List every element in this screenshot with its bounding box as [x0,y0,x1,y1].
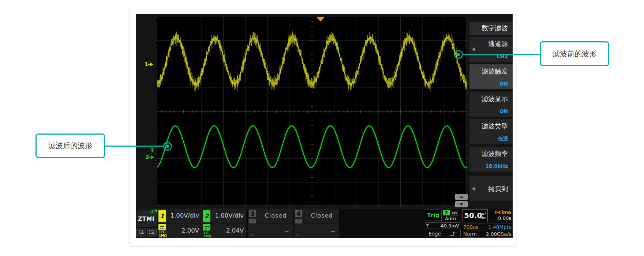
ch3-badge: 3 [249,210,256,217]
ch2-marker-arrow-icon [151,155,154,159]
brand-logo: ZTMI P [136,210,157,227]
menu-item-value: ON [499,109,508,114]
acquisition-row: 700us 1.40Mpts [462,223,512,230]
menu-item-label: 滤波显示 [482,95,508,102]
trig-label: Trig [425,210,442,221]
ch1-badge: 1 [158,210,166,222]
oscilloscope-screen: 1 T 2 数字滤波 通道源 CH2 滤波触发 ON 滤波显示 ON [136,14,513,238]
trigger-status-block[interactable]: Trig 2 Auto T 40.0mV Edge [425,209,461,238]
timebase-scale-value: 50.0 [464,211,482,220]
menu-item-label: 滤波类型 [482,123,508,130]
timebase-status-block[interactable]: 50.0 us/div T-Time 0.00s 700us 1.40Mpts … [462,209,512,238]
menu-item-filter-display[interactable]: 滤波显示 ON [469,92,513,117]
callout-marker-before [454,50,463,59]
ch4-badge: 4 [295,210,302,217]
knob-hand-icon [138,229,145,236]
ch4-state: Closed [304,212,339,219]
ch2-marker-arrow-icon [149,157,150,158]
ch1-marker-arrow-icon [148,64,150,65]
menu-scroll-widget [455,194,468,208]
memory-depth: 1.40Mpts [488,224,511,230]
scroll-down-button[interactable] [455,201,468,207]
divider [158,223,202,223]
trig-mode: Auto [442,216,459,221]
ch1-probe-info: 1:11MΩ [159,231,167,237]
scroll-up-button[interactable] [455,194,468,200]
submenu-arrow-icon [472,47,475,52]
ch4-probe-info: -:- [296,233,299,236]
trig-level-row: T 40.0mV [425,222,461,229]
trig-type-row: Edge [425,230,461,237]
screenshot-frame: 1 T 2 数字滤波 通道源 CH2 滤波触发 ON 滤波显示 ON [129,8,516,246]
waveform-display [157,17,467,206]
menu-item-value: ON [499,81,508,87]
trig-type-label: Edge [428,231,441,237]
status-bar: ZTMI P 1 1.00V/div [136,208,513,238]
ch1-position-marker[interactable]: 1 [145,61,153,68]
ch2-position-marker[interactable]: 2 [145,154,154,161]
ch4-status-block[interactable]: 4 Closed - -- -:- [294,209,339,238]
submenu-arrow-icon [472,187,475,191]
timebase-scale-box: 50.0 us/div [462,209,488,222]
chevron-down-icon [459,203,464,206]
waveform-svg [157,17,467,206]
menu-item-label: 通道源 [488,40,508,48]
ch4-offset-value: -- [330,228,335,234]
divider [202,223,246,223]
brand-text: ZTMI [138,216,154,222]
callout-after-filter: 滤波后的波形 [35,133,105,158]
menu-item-copy-to[interactable]: 拷贝到 [469,176,513,201]
menu-title: 数字滤波 [469,22,513,35]
softkey-menu: 数字滤波 通道源 CH2 滤波触发 ON 滤波显示 ON 滤波类型 低通 滤波频… [469,14,513,208]
ch3-status-block[interactable]: 3 Closed - -- -:- [248,209,293,238]
touch-hand-icon [149,229,155,236]
ch4-coupling-badge: - [295,219,302,223]
ch1-status-block[interactable]: 1 1.00V/div 1:11MΩ 2.00V [158,209,202,238]
rising-edge-icon [450,231,458,237]
ch3-probe-info: -:- [250,233,253,236]
menu-item-label: 拷贝到 [488,185,508,193]
sample-row: Norm 2.00GSa/s [462,230,512,238]
chevron-up-icon [459,196,464,198]
menu-item-filter-trigger[interactable]: 滤波触发 ON [469,64,513,89]
menu-item-value: 低通 [498,136,508,142]
trig-level-value: 40.0mV [441,223,459,229]
ttime-label: T-Time [494,210,511,215]
ch3-offset-value: -- [284,228,289,234]
menu-item-label: 滤波触发 [482,68,508,75]
trig-coupling-icon [451,210,458,215]
callout-line-before [463,54,540,55]
touchpad-button[interactable] [147,228,157,237]
menu-item-channel-source[interactable]: 通道源 CH2 [469,37,513,62]
ch1-offset-value: 2.00V [181,227,199,234]
trig-level-label: T [426,223,429,229]
knob-touch-button[interactable] [136,228,146,237]
corner-flag-icon [154,210,157,213]
acquire-mode: Norm [463,231,477,237]
ch2-offset-value: -2.04V [224,227,244,234]
ch2-scale-value: 1.00V/div [215,212,244,219]
ch1-marker-arrow-icon [150,63,153,66]
callout-marker-after [163,142,172,151]
menu-item-label: 滤波频率 [482,150,508,157]
menu-item-value: 18.0kHz [486,163,508,169]
ch2-status-block[interactable]: 2 1.00V/div FIR1:11MΩ -2.04V [202,209,246,238]
sample-rate: 2.00GSa/s [486,231,511,237]
timebase-unit: us/div [481,211,486,220]
ch3-state: Closed [258,212,293,219]
ch3-coupling-badge: - [249,219,256,223]
ch2-badge: 2 [203,210,210,222]
callout-line-after [105,146,164,147]
menu-item-filter-frequency[interactable]: 滤波频率 18.0kHz [469,147,513,172]
ch1-scale-value: 1.00V/div [171,212,199,219]
trigger-level-marker[interactable]: T [150,147,154,153]
ch2-probe-info: FIR1:11MΩ [203,228,211,237]
ttime-value: 0.00s [498,215,511,221]
trig-source-badge: 2 [443,210,450,215]
menu-item-filter-type[interactable]: 滤波类型 低通 [469,119,513,144]
callout-before-filter: 滤波前的波形 [540,41,609,66]
capture-window: 700us [463,224,478,230]
ch1-coupling-icon [158,224,166,230]
